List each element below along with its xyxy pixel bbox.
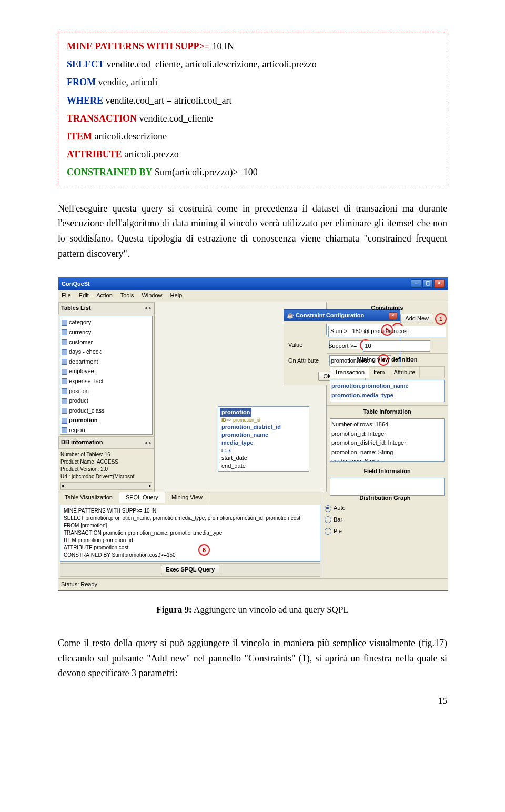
field[interactable]: promotion_name	[221, 431, 306, 439]
txt: Sum(articoli.prezzo)>=100	[153, 167, 258, 177]
tables-list-head: Tables List ◂▸	[58, 302, 154, 315]
txt: vendite.cod_cliente, articoli.descrizion…	[104, 59, 317, 69]
paragraph-1: Nell'eseguire questa query si costruirà …	[58, 201, 447, 262]
figure-caption: Figura 9: Aggiungere un vincolo ad una q…	[58, 603, 447, 617]
field[interactable]: promotion_district_id	[221, 423, 306, 431]
list-item[interactable]: days - check	[69, 347, 102, 357]
close-button[interactable]: ×	[434, 279, 445, 288]
kw-mine: MINE PATTERNS WITH SUPP>=	[67, 41, 210, 52]
list-item[interactable]: department	[69, 357, 98, 367]
menu-edit[interactable]: Edit	[79, 292, 89, 298]
kw-from: FROM	[67, 77, 96, 87]
menu-file[interactable]: File	[62, 292, 71, 298]
list-item[interactable]: category	[69, 318, 91, 327]
kw-select: SELECT	[67, 59, 104, 69]
add-new-button[interactable]: Add New	[400, 314, 433, 323]
kw-constrained: CONSTRAINED BY	[67, 167, 153, 177]
app-title: ConQueSt	[62, 279, 90, 289]
radio-auto[interactable]: Auto	[325, 503, 446, 514]
menu-window[interactable]: Window	[142, 292, 162, 298]
coffee-icon: ☕	[287, 312, 294, 318]
kw-item: ITEM	[67, 131, 92, 142]
kw-where: WHERE	[67, 95, 103, 106]
field[interactable]: cost	[221, 446, 306, 454]
schema-title: promotion	[220, 408, 251, 417]
radio-pie[interactable]: Pie	[325, 526, 446, 537]
menu-help[interactable]: Help	[170, 292, 183, 298]
mining-tabs: Transaction Item Attribute	[330, 366, 445, 379]
txt: vendite, articoli	[96, 77, 157, 87]
spql-query-text[interactable]: MINE PATTERNS WITH SUPP>= 10 IN SELECT p…	[60, 505, 320, 562]
txt: 10 IN	[210, 41, 234, 52]
db-info: Number of Tables: 16 Product Name: ACCES…	[58, 449, 154, 492]
support-input[interactable]: 10	[363, 340, 430, 352]
tab-spql[interactable]: SPQL Query	[119, 492, 165, 504]
list-item[interactable]: region	[69, 426, 85, 435]
constraint-line[interactable]: Sum >= 150 @ promotion.cost 5	[328, 326, 446, 337]
callout-5: 5	[381, 324, 393, 336]
bottom-tabs: Table Visualization SPQL Query Mining Vi…	[58, 492, 322, 504]
radio-bar[interactable]: Bar	[325, 514, 446, 526]
txt: vendite.cod_cliente	[137, 113, 213, 124]
txt: articoli.descrizione	[92, 131, 167, 142]
tab-miningview[interactable]: Mining View	[165, 492, 209, 504]
txt: vendite.cod_art = atricoli.cod_art	[103, 95, 232, 106]
tab-attribute[interactable]: Attribute	[389, 367, 420, 378]
field[interactable]: end_date	[221, 462, 306, 470]
list-item[interactable]: promotion	[69, 416, 97, 425]
db-info-head: DB information ◂▸	[58, 436, 154, 449]
txt: articoli.prezzo	[122, 149, 179, 159]
tables-listbox[interactable]: category currency customer days - check …	[60, 316, 153, 435]
menubar: File Edit Action Tools Window Help	[58, 290, 448, 302]
screenshot-figure: ConQueSt – ▢ × File Edit Action Tools Wi…	[58, 277, 447, 591]
sql-code-block: MINE PATTERNS WITH SUPP>= 10 IN SELECT v…	[58, 32, 447, 187]
list-item[interactable]: expense_fact	[69, 377, 103, 386]
field[interactable]: media_type	[221, 439, 306, 447]
list-item[interactable]: employee	[69, 367, 94, 376]
page-number: 15	[58, 694, 447, 708]
list-item[interactable]: customer	[69, 338, 93, 347]
minimize-button[interactable]: –	[411, 279, 421, 288]
list-item[interactable]: product_class	[69, 406, 105, 416]
kw-attribute: ATTRIBUTE	[67, 149, 122, 159]
callout-1: 1	[435, 313, 447, 325]
field-info-head: Field Information	[328, 467, 446, 476]
kw-transaction: TRANSACTION	[67, 113, 137, 124]
mining-list: promotion.promotion_name promotion.media…	[330, 380, 445, 402]
table-info-head: Table Information	[328, 407, 446, 417]
mining-view-head: Mining view definition	[328, 355, 446, 365]
paragraph-2: Come il resto della query si può aggiung…	[58, 636, 447, 681]
list-item[interactable]: currency	[69, 328, 91, 337]
maximize-button[interactable]: ▢	[422, 279, 433, 288]
tab-transaction[interactable]: Transaction	[330, 367, 369, 378]
constraints-head: Constraints	[328, 304, 446, 313]
titlebar: ConQueSt – ▢ ×	[58, 278, 448, 290]
exec-query-button[interactable]: Exec SPQL Query	[161, 565, 219, 574]
value-label: Value	[288, 340, 326, 350]
list-item[interactable]: product	[69, 396, 88, 406]
menu-action[interactable]: Action	[96, 292, 113, 298]
table-info-list: Number of rows: 1864 promotion_id: Integ…	[330, 418, 445, 462]
list-item[interactable]: position	[69, 387, 89, 396]
tab-item[interactable]: Item	[369, 367, 389, 378]
field-info-list	[330, 478, 445, 496]
attr-label: On Attribute	[288, 356, 326, 366]
menu-tools[interactable]: Tools	[120, 292, 134, 298]
tab-tableviz[interactable]: Table Visualization	[58, 492, 119, 504]
support-label: Support >=	[328, 343, 357, 349]
pk-row: IDID=> promotion_id=> promotion_id	[221, 417, 306, 423]
field[interactable]: start_date	[221, 454, 306, 462]
status-bar: Status: Ready	[58, 578, 448, 590]
table-schema-box[interactable]: promotion IDID=> promotion_id=> promotio…	[218, 406, 309, 472]
